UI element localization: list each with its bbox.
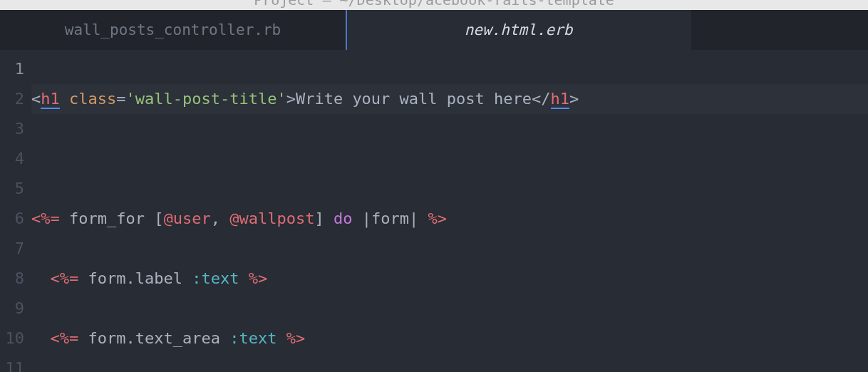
tab-bar: wall_posts_controller.rb new.html.erb <box>0 10 868 50</box>
code-area[interactable]: <h1 class='wall-post-title'>Write your w… <box>31 50 868 372</box>
tab-new-html-erb[interactable]: new.html.erb <box>346 10 691 50</box>
line-number: 4 <box>0 144 24 174</box>
code-line[interactable] <box>31 144 868 174</box>
line-number: 2 <box>0 84 24 114</box>
code-line[interactable]: <h1 class='wall-post-title'>Write your w… <box>31 84 868 114</box>
tab-bar-empty <box>691 10 868 50</box>
line-number: 11 <box>0 353 24 372</box>
line-number: 5 <box>0 174 24 204</box>
line-number: 3 <box>0 114 24 144</box>
line-number: 6 <box>0 204 24 234</box>
code-editor[interactable]: 1 2 3 4 5 6 7 8 9 10 11 <h1 class='wall-… <box>0 50 868 372</box>
tab-label: wall_posts_controller.rb <box>65 21 281 38</box>
code-line[interactable]: <%= form_for [@user, @wallpost] do |form… <box>31 204 868 234</box>
line-number: 9 <box>0 294 24 324</box>
window-titlebar: Project — ~/Desktop/acebook-rails-templa… <box>0 0 868 10</box>
line-number: 7 <box>0 234 24 264</box>
active-tab-indicator <box>346 10 347 50</box>
tab-wall-posts-controller[interactable]: wall_posts_controller.rb <box>0 10 346 50</box>
code-line[interactable]: <%= form.text_area :text %> <box>31 324 868 353</box>
line-number: 8 <box>0 264 24 294</box>
tab-label: new.html.erb <box>465 21 573 38</box>
window-title-text: Project — ~/Desktop/acebook-rails-templa… <box>254 0 614 9</box>
line-number: 10 <box>0 324 24 353</box>
line-number-gutter: 1 2 3 4 5 6 7 8 9 10 11 <box>0 50 31 372</box>
code-line[interactable]: <%= form.label :text %> <box>31 264 868 294</box>
line-number: 1 <box>0 54 24 84</box>
